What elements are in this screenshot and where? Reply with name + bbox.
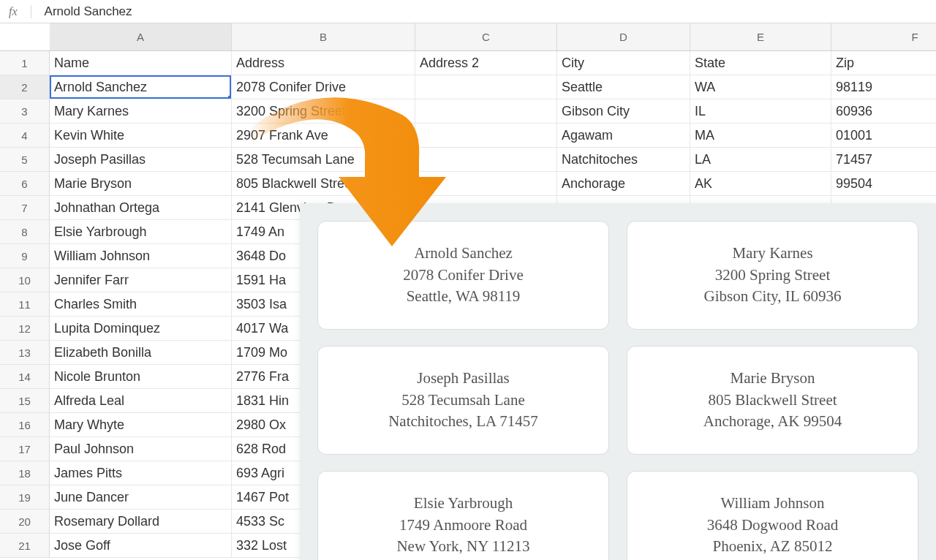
address-label-card: Arnold Sanchez2078 Conifer DriveSeattle,… [317,221,609,330]
address-label-card: Elsie Yarbrough1749 Anmoore RoadNew York… [317,471,609,560]
label-name: Arnold Sanchez [414,243,513,264]
cell[interactable]: Joseph Pasillas [50,148,232,172]
row-header[interactable]: 7 [0,196,50,220]
cell[interactable]: James Pitts [50,461,232,485]
cell[interactable]: Nicole Brunton [50,365,232,389]
cell[interactable]: Address 2 [415,51,557,75]
cell[interactable]: Gibson City [557,99,690,124]
cell[interactable]: Mary Whyte [50,413,232,437]
cell[interactable]: 98119 [831,75,936,99]
row-header[interactable]: 11 [0,292,50,317]
cell[interactable]: 528 Tecumsah Lane [232,148,415,172]
row-header[interactable]: 6 [0,172,50,196]
cell[interactable]: 3200 Spring Street [232,99,415,124]
label-address: 805 Blackwell Street [708,390,837,411]
row-header[interactable]: 12 [0,317,50,341]
cell[interactable]: William Johnson [50,244,232,268]
cell[interactable]: Zip [831,51,936,75]
label-name: Elsie Yarbrough [414,493,513,514]
cell[interactable] [415,124,557,148]
cell[interactable]: Alfreda Leal [50,389,232,413]
cell[interactable]: MA [690,124,831,148]
cell[interactable]: Charles Smith [50,292,232,317]
row-header[interactable]: 19 [0,485,50,510]
column-header-a[interactable]: A [50,23,232,51]
cell[interactable]: Seattle [557,75,690,99]
cell[interactable]: Mary Karnes [50,99,232,124]
row-header[interactable]: 21 [0,534,50,558]
cell[interactable]: Rosemary Dollard [50,510,232,534]
row-header[interactable]: 4 [0,124,50,148]
cell[interactable]: 01001 [831,124,936,148]
column-header-b[interactable]: B [232,23,415,51]
row-header[interactable]: 13 [0,341,50,365]
row-header[interactable]: 20 [0,510,50,534]
cell[interactable]: Paul Johnson [50,437,232,461]
label-name: Mary Karnes [732,243,812,264]
cell[interactable]: Anchorage [557,172,690,196]
column-header-d[interactable]: D [557,23,690,51]
row-header[interactable]: 1 [0,51,50,75]
address-label-card: Joseph Pasillas528 Tecumsah LaneNatchito… [317,346,609,455]
row-header[interactable]: 8 [0,220,50,244]
label-city-state-zip: Seattle, WA 98119 [407,286,521,307]
row-header[interactable]: 17 [0,437,50,461]
row-header[interactable]: 16 [0,413,50,437]
label-address: 2078 Conifer Drive [403,265,523,286]
row-header[interactable]: 14 [0,365,50,389]
formula-bar: fx Arnold Sanchez [0,0,936,23]
cell[interactable]: Elizabeth Bonilla [50,341,232,365]
label-address: 3648 Dogwood Road [707,515,839,536]
row-header[interactable]: 2 [0,75,50,99]
fx-icon[interactable]: fx [9,5,18,18]
cell[interactable] [415,99,557,124]
cell[interactable]: Kevin White [50,124,232,148]
cell[interactable]: Jennifer Farr [50,268,232,292]
label-city-state-zip: New York, NY 11213 [396,536,529,557]
column-header-e[interactable]: E [690,23,831,51]
cell[interactable]: 60936 [831,99,936,124]
cell[interactable]: AK [690,172,831,196]
row-header[interactable]: 15 [0,389,50,413]
cell[interactable]: 99504 [831,172,936,196]
label-address: 528 Tecumsah Lane [401,390,524,411]
cell[interactable]: Name [50,51,232,75]
cell[interactable]: City [557,51,690,75]
label-name: Joseph Pasillas [417,368,510,389]
cell[interactable]: 71457 [831,148,936,172]
cell[interactable]: June Dancer [50,485,232,510]
cell[interactable]: IL [690,99,831,124]
row-header[interactable]: 10 [0,268,50,292]
row-header[interactable]: 3 [0,99,50,124]
row-header[interactable]: 18 [0,461,50,485]
label-city-state-zip: Phoenix, AZ 85012 [713,536,833,557]
cell[interactable]: Address [232,51,415,75]
row-header[interactable]: 9 [0,244,50,268]
cell[interactable]: Johnathan Ortega [50,196,232,220]
column-header-f[interactable]: F [831,23,936,51]
cell[interactable]: WA [690,75,831,99]
label-city-state-zip: Gibson City, IL 60936 [703,286,841,307]
cell[interactable] [415,172,557,196]
cell[interactable]: Marie Bryson [50,172,232,196]
cell[interactable]: Elsie Yarbrough [50,220,232,244]
formula-bar-divider [31,5,31,18]
cell[interactable] [415,148,557,172]
cell[interactable]: 2907 Frank Ave [232,124,415,148]
cell[interactable]: Agawam [557,124,690,148]
label-name: Marie Bryson [730,368,815,389]
row-header[interactable]: 5 [0,148,50,172]
cell[interactable]: 805 Blackwell Street [232,172,415,196]
cell[interactable]: Lupita Dominquez [50,317,232,341]
cell[interactable]: Arnold Sanchez [50,75,232,99]
address-label-card: William Johnson3648 Dogwood RoadPhoenix,… [627,471,918,560]
column-header-c[interactable]: C [415,23,557,51]
formula-input[interactable]: Arnold Sanchez [45,4,132,19]
cell[interactable]: Jose Goff [50,534,232,558]
cell[interactable]: Natchitoches [557,148,690,172]
cell[interactable]: LA [690,148,831,172]
cell[interactable]: 2078 Conifer Drive [232,75,415,99]
cell[interactable]: State [690,51,831,75]
cell[interactable] [415,75,557,99]
corner-select-all[interactable] [0,23,50,51]
